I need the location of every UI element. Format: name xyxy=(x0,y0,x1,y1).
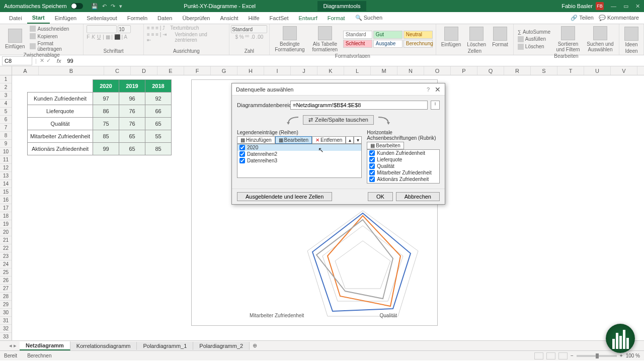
row-header[interactable]: 19 xyxy=(0,220,12,228)
row-header[interactable]: 11 xyxy=(0,156,12,164)
move-down-button[interactable]: ▾ xyxy=(354,136,362,144)
row-header[interactable]: 15 xyxy=(0,188,12,196)
row-header[interactable]: 8 xyxy=(0,132,12,140)
row-header[interactable]: 28 xyxy=(0,293,12,301)
row-header[interactable]: 22 xyxy=(0,244,12,252)
row-header[interactable]: 20 xyxy=(0,228,12,236)
col-header[interactable]: L xyxy=(344,66,371,75)
find-select-button[interactable]: Suchen und Auswählen xyxy=(585,25,616,53)
year-header[interactable]: 2018 xyxy=(145,80,172,93)
tab-format[interactable]: Format xyxy=(323,13,350,23)
col-header[interactable]: S xyxy=(531,66,557,75)
col-header[interactable]: G xyxy=(211,66,237,75)
col-header[interactable]: K xyxy=(317,66,344,75)
tab-ansicht[interactable]: Ansicht xyxy=(215,13,243,23)
row-label[interactable]: Mitarbeiter Zufriedenheit xyxy=(28,130,93,143)
search-box[interactable]: 🔍 Suchen xyxy=(350,13,387,23)
formula-input[interactable] xyxy=(65,58,644,64)
year-header[interactable]: 2019 xyxy=(119,80,145,93)
row-header[interactable]: 27 xyxy=(0,285,12,293)
add-series-button[interactable]: ▦ Hinzufügen xyxy=(237,136,275,144)
row-header[interactable]: 16 xyxy=(0,196,12,204)
comments-button[interactable]: 💬 Kommentare xyxy=(599,15,639,21)
col-header[interactable]: I xyxy=(264,66,291,75)
conditional-formatting-button[interactable]: Bedingte Formatierung xyxy=(273,25,307,53)
row-header[interactable]: 1 xyxy=(0,75,12,83)
sheet-tab[interactable]: Netzdiagramm xyxy=(20,341,70,350)
col-header[interactable]: O xyxy=(424,66,451,75)
switch-row-column-button[interactable]: ⇄Zeile/Spalte tauschen xyxy=(303,115,374,125)
row-header[interactable]: 12 xyxy=(0,164,12,172)
col-header[interactable]: R xyxy=(504,66,531,75)
row-header[interactable]: 13 xyxy=(0,172,12,180)
ok-button[interactable]: OK xyxy=(368,192,393,201)
col-header[interactable]: H xyxy=(237,66,264,75)
col-header[interactable]: B xyxy=(39,66,104,75)
format-as-table-button[interactable]: Als Tabelle formatieren xyxy=(309,25,341,53)
edit-series-button[interactable]: ▦ Bearbeiten xyxy=(275,136,312,144)
fx-icon[interactable]: fx xyxy=(57,58,61,64)
tab-start[interactable]: Start xyxy=(27,13,50,24)
paste-button[interactable]: Einfügen xyxy=(3,28,27,50)
format-painter-button[interactable]: Format übertragen xyxy=(29,40,80,52)
sort-filter-button[interactable]: Sortieren und Filtern xyxy=(553,25,583,53)
row-header[interactable]: 31 xyxy=(0,317,12,325)
page-layout-view-button[interactable] xyxy=(546,352,555,359)
help-icon[interactable]: ? xyxy=(427,86,430,93)
row-header[interactable]: 30 xyxy=(0,309,12,317)
insert-cells-button[interactable]: Einfügen xyxy=(439,26,463,48)
chart-range-input[interactable] xyxy=(290,101,428,110)
font-size[interactable] xyxy=(118,25,131,33)
tab-einfuegen[interactable]: Einfügen xyxy=(50,13,82,23)
col-header[interactable]: P xyxy=(451,66,477,75)
collapse-dialog-icon[interactable]: ↕ xyxy=(431,101,440,110)
row-header[interactable]: 23 xyxy=(0,252,12,260)
row-header[interactable]: 32 xyxy=(0,325,12,333)
tab-ueberpruefen[interactable]: Überprüfen xyxy=(177,13,215,23)
move-up-button[interactable]: ▴ xyxy=(346,136,354,144)
zoom-slider[interactable] xyxy=(577,355,617,357)
tab-formeln[interactable]: Formeln xyxy=(122,13,152,23)
row-header[interactable]: 14 xyxy=(0,180,12,188)
row-header[interactable]: 33 xyxy=(0,333,12,340)
row-label[interactable]: Lieferquote xyxy=(28,105,93,118)
row-label[interactable]: Kunden Zufriedenheit xyxy=(28,93,93,105)
name-box[interactable] xyxy=(2,56,32,65)
user-account[interactable]: Fabio Basler FB xyxy=(561,2,604,10)
categories-listbox[interactable]: Kunden Zufriedenheit Lieferquote Qualitä… xyxy=(367,149,440,184)
row-header[interactable]: 26 xyxy=(0,277,12,285)
row-header[interactable]: 17 xyxy=(0,204,12,212)
ideas-button[interactable]: Ideen xyxy=(622,26,640,48)
col-header[interactable]: F xyxy=(184,66,211,75)
year-header[interactable]: 2020 xyxy=(93,80,119,93)
hidden-cells-button[interactable]: Ausgeblendete und leere Zellen xyxy=(237,192,332,201)
col-header[interactable]: C xyxy=(104,66,131,75)
row-label[interactable]: Aktionärs Zufriedenheit xyxy=(28,143,93,155)
add-sheet-button[interactable]: ⊕ xyxy=(250,342,260,349)
autosave-toggle[interactable]: Automatisches Speichern xyxy=(4,3,85,9)
row-header[interactable]: 7 xyxy=(0,124,12,132)
cell-styles-gallery[interactable]: Standard Gut Neutral Schlecht Ausgabe Be… xyxy=(343,31,433,48)
fill-button[interactable]: Ausfüllen xyxy=(517,36,551,43)
row-header[interactable]: 6 xyxy=(0,116,12,124)
copy-button[interactable]: Kopieren xyxy=(29,33,80,40)
col-header[interactable]: Q xyxy=(477,66,504,75)
tab-seitenlayout[interactable]: Seitenlayout xyxy=(82,13,122,23)
number-format[interactable] xyxy=(231,25,267,33)
row-header[interactable]: 18 xyxy=(0,212,12,220)
cancel-formula-icon[interactable]: ✕ xyxy=(40,57,44,64)
clear-button[interactable]: Löschen xyxy=(517,43,551,50)
row-header[interactable]: 5 xyxy=(0,108,12,116)
row-header[interactable]: 3 xyxy=(0,92,12,100)
tab-hilfe[interactable]: Hilfe xyxy=(244,13,265,23)
tab-daten[interactable]: Daten xyxy=(152,13,177,23)
close-icon[interactable]: ✕ xyxy=(635,3,640,10)
row-label[interactable]: Qualität xyxy=(28,118,93,130)
tab-factset[interactable]: FactSet xyxy=(265,13,294,23)
row-header[interactable]: 21 xyxy=(0,236,12,244)
row-header[interactable]: 2 xyxy=(0,83,12,92)
row-header[interactable]: 24 xyxy=(0,260,12,268)
delete-cells-button[interactable]: Löschen xyxy=(465,26,488,48)
col-header[interactable]: M xyxy=(371,66,397,75)
col-header[interactable]: E xyxy=(157,66,184,75)
